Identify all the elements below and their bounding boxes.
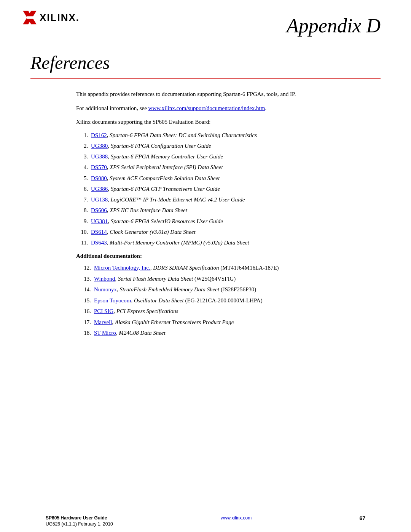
list-item: 17. Marvell, Alaska Gigabit Ethernet Tra… [76, 318, 381, 328]
st-micro-link[interactable]: ST Micro [94, 330, 116, 336]
spacer [0, 428, 411, 512]
list-item: 16. PCI SIG, PCI Express Specifications [76, 307, 381, 316]
list-item: DS080, System ACE CompactFlash Solution … [89, 173, 381, 183]
list-item: UG386, Spartan-6 FPGA GTP Transceivers U… [89, 184, 381, 194]
list-item: DS643, Multi-Port Memory Controller (MPM… [89, 238, 381, 248]
additional-references-list: 12. Micron Technology, Inc., DDR3 SDRAM … [76, 263, 381, 338]
ug381-link[interactable]: UG381 [91, 218, 108, 224]
list-item: UG381, Spartan-6 FPGA SelectIO Resources… [89, 216, 381, 226]
list-item: UG138, LogiCORE™ IP Tri-Mode Ethernet MA… [89, 195, 381, 204]
list-item: DS606, XPS IIC Bus Interface Data Sheet [89, 205, 381, 215]
numonyx-link[interactable]: Numonyx [94, 286, 117, 292]
ds162-link[interactable]: DS162 [91, 132, 107, 138]
ds570-link[interactable]: DS570 [91, 164, 107, 170]
intro-paragraph-2: For additional information, see www.xili… [76, 104, 381, 113]
footer: SP605 Hardware User Guide UG526 (v1.1.1)… [46, 512, 365, 532]
xilinx-references-list: DS162, Spartan-6 FPGA Data Sheet: DC and… [89, 130, 381, 248]
xilinx-brand-name: XILINX. [40, 12, 80, 24]
list-item: DS162, Spartan-6 FPGA Data Sheet: DC and… [89, 130, 381, 140]
footer-page-number: 67 [359, 515, 365, 521]
xilinx-logo-icon [23, 11, 37, 24]
ug386-link[interactable]: UG386 [91, 186, 108, 192]
ds614-link[interactable]: DS614 [91, 229, 107, 235]
footer-left: SP605 Hardware User Guide UG526 (v1.1.1)… [46, 515, 113, 527]
main-content: References This appendix provides refere… [0, 37, 411, 428]
xilinx-logo: XILINX. [23, 11, 80, 24]
page: XILINX. Appendix D References This appen… [0, 0, 411, 532]
additional-docs-label: Additional documentation: [76, 253, 381, 259]
epson-link[interactable]: Epson Toyocom [94, 297, 131, 304]
ug388-link[interactable]: UG388 [91, 153, 108, 160]
list-item: DS614, Clock Generator (v3.01a) Data She… [89, 227, 381, 237]
page-title: References [30, 52, 381, 77]
list-item: 13. Winbond, Serial Flash Memory Data Sh… [76, 274, 381, 284]
xilinx-support-link[interactable]: www.xilinx.com/support/documentation/ind… [148, 105, 265, 111]
header: XILINX. Appendix D [0, 0, 411, 37]
appendix-title: Appendix D [287, 14, 388, 37]
list-item: UG388, Spartan-6 FPGA Memory Controller … [89, 152, 381, 161]
footer-website: www.xilinx.com [221, 515, 252, 521]
list-item: UG380, Spartan-6 FPGA Configuration User… [89, 141, 381, 151]
ds643-link[interactable]: DS643 [91, 240, 107, 246]
micron-link[interactable]: Micron Technology, Inc. [94, 265, 150, 271]
list-item: 14. Numonyx, StrataFlash Embedded Memory… [76, 285, 381, 295]
footer-guide-title: SP605 Hardware User Guide [46, 515, 113, 521]
intro-paragraph-1: This appendix provides references to doc… [76, 90, 381, 99]
footer-wrapper: SP605 Hardware User Guide UG526 (v1.1.1)… [0, 512, 411, 532]
list-item: DS570, XPS Serial Peripheral Interface (… [89, 162, 381, 172]
footer-website-link[interactable]: www.xilinx.com [221, 515, 252, 521]
svg-rect-2 [27, 16, 33, 19]
ug380-link[interactable]: UG380 [91, 143, 108, 149]
list-item: 12. Micron Technology, Inc., DDR3 SDRAM … [76, 263, 381, 273]
marvell-link[interactable]: Marvell [94, 319, 112, 325]
heading-divider [30, 78, 381, 79]
xilinx-docs-intro: Xilinx documents supporting the SP605 Ev… [76, 118, 381, 126]
ds606-link[interactable]: DS606 [91, 207, 107, 213]
ug138-link[interactable]: UG138 [91, 197, 108, 203]
pcisig-link[interactable]: PCI SIG [94, 308, 113, 314]
footer-version: UG526 (v1.1.1) February 1, 2010 [46, 521, 113, 527]
list-item: 18. ST Micro, M24C08 Data Sheet [76, 328, 381, 338]
winbond-link[interactable]: Winbond [94, 276, 115, 282]
list-item: 15. Epson Toyocom, Oscillator Data Sheet… [76, 296, 381, 306]
ds080-link[interactable]: DS080 [91, 175, 107, 181]
